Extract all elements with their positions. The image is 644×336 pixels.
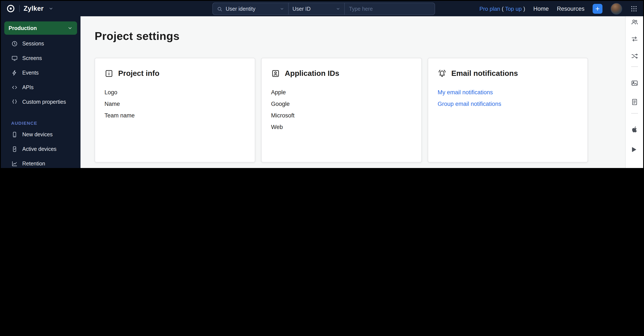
card-header: Project info — [104, 69, 245, 78]
apple-icon[interactable] — [630, 126, 638, 133]
sidebar: Production Sessions Screens Events APIs — [1, 16, 80, 168]
sessions-clock-icon — [11, 40, 18, 47]
user-group-icon[interactable] — [630, 18, 638, 26]
window-frame: Zylker User identity User ID Pro plan ( … — [0, 0, 644, 168]
chevron-down-icon[interactable] — [48, 6, 54, 11]
topbar: Zylker User identity User ID Pro plan ( … — [1, 1, 643, 16]
avatar[interactable] — [610, 3, 622, 14]
search-icon — [217, 6, 223, 12]
zylker-logo-icon — [6, 4, 16, 13]
sidebar-nav: Sessions Screens Events APIs Custom prop… — [1, 37, 80, 168]
card-title: Application IDs — [285, 69, 339, 78]
sidebar-item-retention[interactable]: Retention — [1, 156, 80, 168]
bell-icon — [438, 69, 446, 78]
sidebar-item-screens[interactable]: Screens — [1, 51, 80, 66]
sidebar-item-label: Sessions — [22, 41, 44, 47]
search-field-dropdown[interactable]: User ID — [288, 3, 344, 15]
page-title: Project settings — [95, 30, 180, 43]
card-header: Application IDs — [271, 69, 412, 78]
phone-check-icon — [11, 146, 18, 153]
card-list: My email notifications Group email notif… — [438, 87, 578, 110]
project-switcher[interactable]: Zylker — [24, 5, 44, 13]
card-list: Apple Google Microsoft Web — [271, 87, 412, 133]
main-content: Project settings Project info Logo Name … — [80, 16, 625, 168]
search-input[interactable] — [349, 6, 430, 12]
paren-open: ( — [502, 5, 504, 12]
add-button[interactable] — [592, 4, 602, 14]
document-icon[interactable] — [630, 98, 638, 106]
card-item[interactable]: Web — [271, 121, 412, 133]
top-up-link[interactable]: Top up — [505, 5, 522, 12]
card-title: Email notifications — [451, 69, 518, 78]
paren-close: ) — [523, 5, 525, 12]
card-item[interactable]: Google — [271, 98, 412, 110]
sidebar-item-label: Active devices — [22, 146, 56, 152]
environment-dropdown[interactable]: Production — [4, 22, 77, 35]
toolbar-divider — [631, 113, 638, 114]
pro-plan-link[interactable]: Pro plan — [479, 5, 500, 12]
sidebar-item-custom-properties[interactable]: Custom properties — [1, 95, 80, 109]
google-play-icon[interactable] — [630, 146, 638, 154]
sidebar-item-label: Custom properties — [22, 99, 66, 105]
sidebar-item-label: Events — [22, 70, 38, 76]
screens-monitor-icon — [11, 55, 18, 62]
card-link[interactable]: Group email notifications — [438, 98, 578, 110]
card-project-info: Project info Logo Name Team name — [95, 58, 255, 162]
sidebar-item-new-devices[interactable]: New devices — [1, 127, 80, 142]
id-badge-icon — [271, 69, 280, 78]
card-list: Logo Name Team name — [104, 87, 245, 121]
apis-code-icon — [11, 84, 18, 91]
chevron-down-icon — [280, 7, 284, 11]
sidebar-item-events[interactable]: Events — [1, 66, 80, 80]
right-toolbar — [625, 16, 643, 168]
card-email-notifications: Email notifications My email notificatio… — [428, 58, 588, 162]
card-item[interactable]: Logo — [104, 87, 245, 98]
events-bolt-icon — [11, 70, 18, 76]
sidebar-item-sessions[interactable]: Sessions — [1, 37, 80, 51]
swap-icon[interactable] — [630, 35, 638, 43]
section-header-audience: AUDIENCE — [11, 120, 80, 126]
app-root: Zylker User identity User ID Pro plan ( … — [0, 0, 644, 168]
sidebar-item-label: Screens — [22, 55, 42, 61]
card-item[interactable]: Microsoft — [271, 110, 412, 121]
shuffle-icon[interactable] — [630, 52, 638, 60]
card-item[interactable]: Apple — [271, 87, 412, 98]
plan-links: Pro plan ( Top up ) — [479, 5, 525, 12]
search-input-wrap — [345, 3, 434, 15]
brand-divider — [19, 5, 20, 12]
sidebar-item-apis[interactable]: APIs — [1, 80, 80, 95]
toolbar-divider — [631, 67, 638, 67]
screenshot-icon[interactable] — [630, 79, 638, 87]
sidebar-item-label: APIs — [22, 84, 34, 90]
card-item[interactable]: Name — [104, 98, 245, 110]
card-application-ids: Application IDs Apple Google Microsoft W… — [261, 58, 422, 162]
card-item[interactable]: Team name — [104, 110, 245, 121]
sidebar-item-active-devices[interactable]: Active devices — [1, 142, 80, 156]
sidebar-item-label: New devices — [22, 132, 53, 138]
home-link[interactable]: Home — [533, 5, 549, 12]
sidebar-item-label: Retention — [22, 161, 45, 167]
topbar-right: Pro plan ( Top up ) Home Resources — [479, 3, 643, 14]
chart-icon — [11, 160, 18, 167]
card-header: Email notifications — [438, 69, 578, 78]
resources-link[interactable]: Resources — [557, 5, 584, 12]
phone-icon — [11, 131, 18, 138]
braces-icon — [11, 99, 18, 105]
brand-area: Zylker — [1, 4, 54, 13]
apps-grid-icon[interactable] — [630, 5, 638, 12]
search-field-label: User ID — [292, 6, 311, 12]
card-title: Project info — [118, 69, 160, 78]
search-scope-dropdown[interactable]: User identity — [213, 3, 288, 15]
chevron-down-icon — [336, 7, 340, 11]
search-bar: User identity User ID — [212, 3, 435, 15]
search-scope-label: User identity — [226, 6, 256, 12]
chevron-down-icon — [67, 25, 73, 31]
environment-label: Production — [8, 25, 37, 31]
card-link[interactable]: My email notifications — [438, 87, 578, 98]
info-square-icon — [104, 69, 114, 78]
